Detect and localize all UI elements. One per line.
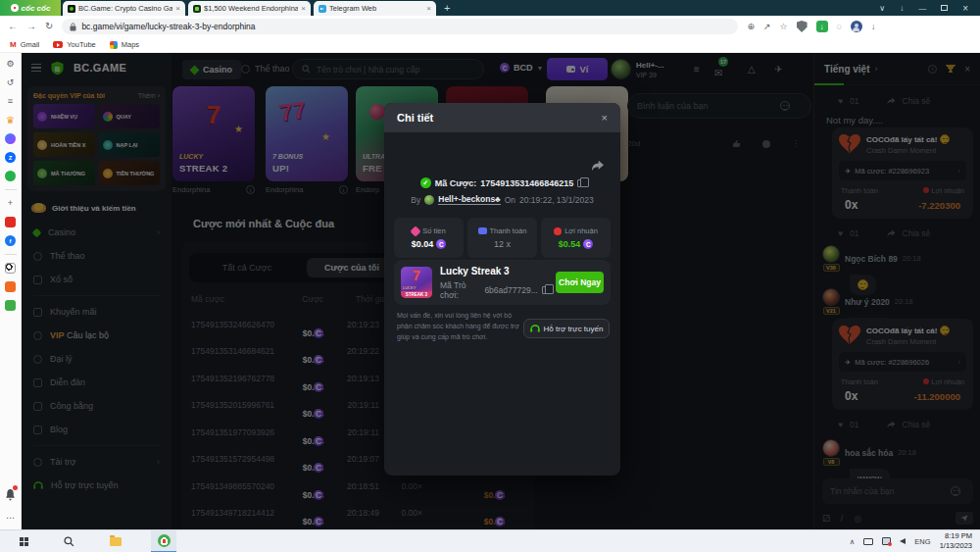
stat-profit: Lợi nhuận $0.54C: [541, 218, 611, 258]
profit-icon: [554, 227, 562, 235]
close-tab-icon[interactable]: ×: [175, 4, 180, 13]
browser-side-rail: ⚙ ↺ ≡ ♛ Z + f ⋯: [0, 53, 22, 529]
close-tab-icon[interactable]: ×: [426, 4, 431, 13]
sports-shortcut-icon[interactable]: [5, 263, 16, 274]
browser-tab-strip: cốc cốc BC.Game: Crypto Casino Gan× $1,5…: [0, 0, 980, 16]
tray-screenshot-icon[interactable]: [882, 537, 891, 545]
game-name: Lucky Streak 3: [440, 266, 548, 276]
adblock-shield-icon[interactable]: 1: [797, 21, 808, 32]
back-icon[interactable]: ←: [8, 22, 18, 31]
send-to-device-icon[interactable]: ↓: [900, 4, 904, 13]
crown-rewards-icon[interactable]: ♛: [5, 115, 16, 125]
photos-shortcut-icon[interactable]: [5, 300, 16, 311]
bet-datetime: 20:19:22, 13/1/2023: [519, 195, 594, 205]
tray-volume-icon[interactable]: [900, 538, 906, 544]
live-support-button[interactable]: Hỗ trợ trực tuyến: [523, 319, 610, 338]
history-icon[interactable]: ↺: [5, 77, 16, 88]
verified-check-icon: ✓: [420, 177, 431, 188]
windows-taskbar: ∧ ENG 8:19 PM1/13/2023: [0, 529, 980, 552]
coccoc-brand: cốc cốc: [0, 0, 61, 16]
support-note: Mọi vấn đề, xin vui lòng liên hệ với bộ …: [397, 311, 520, 343]
profile-avatar[interactable]: [851, 21, 862, 32]
notification-dot: [13, 485, 18, 490]
tab-search-icon[interactable]: ∨: [879, 4, 885, 13]
notifications-bell-icon[interactable]: [5, 487, 16, 505]
lock-icon: [70, 23, 76, 31]
close-modal-icon[interactable]: ×: [602, 112, 608, 124]
bookmark-maps[interactable]: Maps: [110, 40, 139, 49]
bet-id-value: 1754913531466846215: [480, 178, 573, 188]
forward-icon[interactable]: →: [26, 22, 36, 31]
headset-icon: [530, 325, 540, 333]
messenger-icon[interactable]: [5, 133, 16, 144]
tray-expand-icon[interactable]: ∧: [850, 537, 856, 546]
minimize-button[interactable]: —: [918, 4, 926, 13]
bet-details-modal: Chi tiết× ✓ Mã Cược: 1754913531466846215…: [384, 103, 620, 476]
payout-icon: [478, 227, 487, 234]
game-card: 7LUCKYSTREAK 3 Lucky Streak 3 Mã Trò chơ…: [394, 260, 611, 305]
facebook-shortcut-icon[interactable]: f: [5, 235, 16, 246]
play-now-button[interactable]: Chơi Ngay: [556, 272, 604, 293]
browser-tab-telegram[interactable]: Telegram Web×: [314, 1, 436, 16]
settings-gear-icon[interactable]: ⚙: [5, 59, 16, 70]
taskbar-search-icon[interactable]: [64, 536, 74, 547]
bettor-avatar: [424, 195, 434, 205]
divider: [5, 189, 17, 190]
youtube-icon: [53, 41, 63, 48]
copy-icon[interactable]: [542, 286, 548, 294]
browser-tab-endorphina[interactable]: $1,500 Weekend Endorphina×: [188, 1, 311, 16]
reload-icon[interactable]: ↻: [45, 22, 53, 31]
close-window-button[interactable]: ×: [962, 3, 968, 14]
endorphina-favicon: [193, 5, 201, 13]
download-manager-icon[interactable]: ↓: [816, 21, 828, 32]
game-thumbnail[interactable]: 7LUCKYSTREAK 3: [401, 267, 432, 298]
coin-icon: C: [583, 239, 593, 249]
modal-title: Chi tiết: [397, 112, 433, 124]
copy-icon[interactable]: [577, 179, 584, 187]
bookmark-youtube[interactable]: YouTube: [53, 40, 95, 49]
add-shortcut-icon[interactable]: +: [5, 198, 16, 209]
address-bar: ← → ↻ bc.game/vi/game/lucky-streak-3-by-…: [0, 16, 980, 37]
tray-display-icon[interactable]: [863, 538, 873, 545]
coccoc-logo-icon: [11, 4, 19, 12]
share-bet-icon[interactable]: [591, 160, 605, 172]
gmail-icon: M: [10, 40, 17, 49]
shopping-shortcut-icon[interactable]: [5, 281, 16, 292]
save-page-icon[interactable]: ⊕: [747, 23, 755, 31]
maps-icon: [110, 41, 118, 49]
zalo-icon[interactable]: Z: [5, 152, 16, 163]
bookmarks-bar: MGmail YouTube Maps: [0, 37, 980, 53]
game-id-value: 6b6ad77729...: [484, 285, 537, 295]
close-tab-icon[interactable]: ×: [301, 4, 306, 13]
browser-tab-bcgame[interactable]: BC.Game: Crypto Casino Gan×: [63, 1, 185, 16]
bcgame-favicon: [68, 5, 75, 13]
stat-payout: Thanh toán 12 x: [467, 218, 537, 258]
reading-list-icon[interactable]: ≡: [5, 96, 16, 107]
bookmark-star-icon[interactable]: ☆: [779, 23, 787, 31]
taskbar-clock[interactable]: 8:19 PM1/13/2023: [940, 531, 972, 551]
bettor-username[interactable]: Hell+-beckons♣: [438, 194, 500, 205]
modal-backdrop[interactable]: Chi tiết× ✓ Mã Cược: 1754913531466846215…: [22, 53, 980, 529]
downloads-icon[interactable]: ↓: [871, 23, 876, 31]
bet-id-label: Mã Cược:: [435, 178, 476, 188]
url-text: bc.game/vi/game/lucky-streak-3-by-endorp…: [81, 22, 255, 31]
telegram-favicon: [318, 5, 326, 13]
more-options-icon[interactable]: ⋯: [5, 513, 16, 524]
file-explorer-icon[interactable]: [110, 537, 122, 546]
divider: [5, 254, 17, 255]
start-button[interactable]: [20, 537, 28, 546]
extensions-icon[interactable]: ◌: [837, 23, 842, 31]
new-tab-button[interactable]: +: [444, 2, 450, 14]
url-field[interactable]: bc.game/vi/game/lucky-streak-3-by-endorp…: [62, 19, 738, 34]
bookmark-gmail[interactable]: MGmail: [10, 40, 39, 49]
maximize-button[interactable]: [941, 5, 948, 11]
amount-icon: [411, 226, 421, 236]
stat-amount: Số tiền $0.04C: [394, 218, 464, 258]
games-icon[interactable]: [5, 171, 16, 181]
coin-icon: C: [436, 239, 446, 249]
coccoc-taskbar-icon[interactable]: [151, 530, 176, 552]
share-icon[interactable]: ↗: [763, 23, 771, 31]
youtube-shortcut-icon[interactable]: [5, 217, 16, 227]
input-language[interactable]: ENG: [914, 537, 930, 546]
